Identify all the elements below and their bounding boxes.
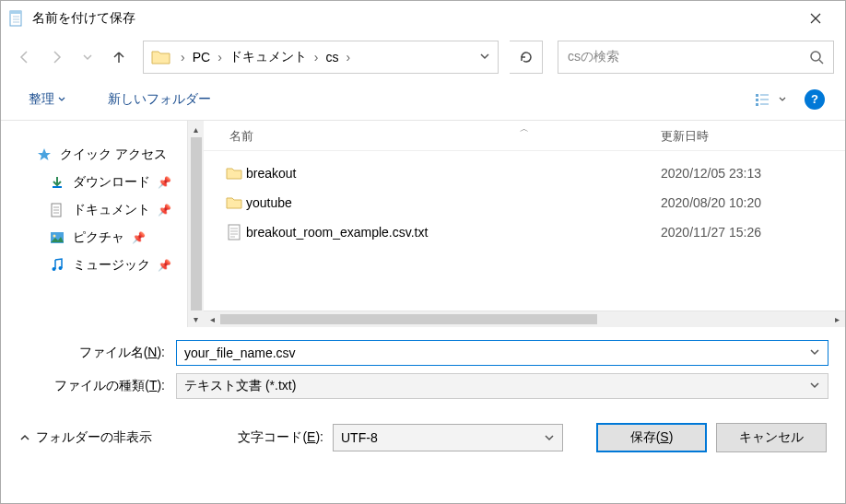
chevron-down-icon (809, 379, 820, 393)
file-list-area: ︿ 名前 更新日時 breakout 2020/12/05 23:13 yout… (204, 121, 845, 327)
chevron-right-icon: › (179, 50, 187, 64)
filetype-label: ファイルの種類(T): (18, 378, 165, 394)
navbar: › PC › ドキュメント › cs › csの検索 (1, 36, 845, 78)
file-row-file[interactable]: breakout_room_example.csv.txt 2020/11/27… (222, 217, 827, 247)
recent-dropdown[interactable] (75, 44, 100, 70)
encoding-label: 文字コード(E): (238, 429, 323, 446)
chevron-down-icon (779, 96, 786, 103)
sidebar-item-pictures[interactable]: ピクチャ 📌 (49, 224, 204, 252)
svg-rect-11 (756, 103, 758, 106)
file-list-header[interactable]: ︿ 名前 更新日時 (204, 121, 845, 151)
cancel-button[interactable]: キャンセル (716, 423, 827, 452)
svg-point-22 (53, 267, 56, 271)
up-button[interactable] (106, 44, 132, 70)
chevron-right-icon: › (216, 50, 224, 64)
sidebar-item-quickaccess[interactable]: クイック アクセス (36, 141, 204, 169)
pin-icon: 📌 (158, 176, 172, 189)
file-row-folder[interactable]: breakout 2020/12/05 23:13 (222, 158, 827, 188)
svg-point-21 (53, 235, 56, 238)
sidebar-item-downloads[interactable]: ダウンロード 📌 (49, 169, 204, 196)
scroll-right-icon[interactable]: ▸ (828, 314, 845, 324)
main-area: クイック アクセス ダウンロード 📌 ドキュメント 📌 ピクチャ 📌 ミュージッ… (1, 121, 845, 327)
breadcrumb-pc[interactable]: PC (187, 50, 216, 64)
chevron-down-icon (544, 432, 555, 443)
folder-icon (222, 166, 246, 181)
svg-line-8 (819, 60, 823, 64)
chevron-down-icon[interactable] (479, 50, 490, 64)
scroll-up-icon[interactable]: ▴ (188, 121, 204, 137)
textfile-icon (222, 224, 246, 240)
chevron-right-icon: › (312, 50, 321, 64)
chevron-down-icon (58, 96, 65, 103)
pictures-icon (49, 229, 65, 246)
svg-point-7 (811, 52, 820, 61)
star-icon (36, 147, 53, 163)
sidebar-item-documents[interactable]: ドキュメント 📌 (49, 196, 204, 224)
encoding-select[interactable]: UTF-8 (333, 424, 563, 451)
document-icon (49, 202, 65, 218)
folder-icon (222, 195, 246, 210)
music-icon (49, 257, 65, 274)
chevron-right-icon: › (344, 50, 352, 64)
address-bar[interactable]: › PC › ドキュメント › cs › (143, 41, 499, 74)
search-input[interactable]: csの検索 (558, 41, 834, 74)
file-row-folder[interactable]: youtube 2020/08/20 10:20 (222, 188, 827, 217)
scrollbar-thumb[interactable] (220, 314, 597, 324)
forward-button[interactable] (43, 44, 69, 70)
folder-icon (151, 49, 171, 65)
view-list-icon (755, 92, 775, 107)
breadcrumb-current[interactable]: cs (320, 50, 344, 64)
download-icon (49, 174, 65, 191)
bottom-bar: フォルダーの非表示 文字コード(E): UTF-8 保存(S) キャンセル (1, 403, 845, 465)
pin-icon: 📌 (158, 259, 172, 272)
svg-rect-9 (756, 94, 758, 97)
refresh-button[interactable] (510, 41, 543, 74)
close-button[interactable] (793, 5, 838, 32)
chevron-up-icon (19, 432, 30, 443)
sort-indicator-icon: ︿ (520, 123, 529, 135)
search-placeholder: csの検索 (568, 49, 809, 65)
search-icon (809, 50, 824, 64)
filetype-row: ファイルの種類(T): テキスト文書 (*.txt) (18, 369, 828, 403)
sidebar-scrollbar[interactable]: ▴ ▾ (187, 121, 204, 327)
save-button[interactable]: 保存(S) (596, 423, 707, 452)
filename-row: ファイル名(N): (18, 336, 828, 369)
chevron-down-icon[interactable] (809, 346, 820, 360)
sidebar-item-music[interactable]: ミュージック 📌 (49, 252, 204, 279)
filename-text[interactable] (184, 346, 809, 360)
horizontal-scrollbar[interactable]: ◂ ▸ (204, 311, 845, 327)
filename-label: ファイル名(N): (18, 345, 165, 361)
pin-icon: 📌 (158, 204, 172, 217)
form-area: ファイル名(N): ファイルの種類(T): テキスト文書 (*.txt) (1, 327, 845, 403)
pin-icon: 📌 (132, 231, 147, 244)
filename-input[interactable] (176, 340, 828, 366)
view-options-button[interactable] (749, 88, 792, 111)
svg-point-23 (59, 266, 63, 270)
hide-folders-button[interactable]: フォルダーの非表示 (19, 429, 152, 446)
scroll-down-icon[interactable]: ▾ (188, 311, 204, 327)
toolbar: 整理 新しいフォルダー ? (1, 78, 845, 121)
sidebar: クイック アクセス ダウンロード 📌 ドキュメント 📌 ピクチャ 📌 ミュージッ… (1, 121, 204, 327)
new-folder-button[interactable]: 新しいフォルダー (100, 88, 218, 111)
file-list: breakout 2020/12/05 23:13 youtube 2020/0… (204, 151, 845, 254)
breadcrumb-documents[interactable]: ドキュメント (224, 49, 312, 65)
back-button[interactable] (12, 44, 38, 70)
scrollbar-thumb[interactable] (191, 137, 202, 311)
notepad-icon (8, 10, 25, 27)
titlebar: 名前を付けて保存 (1, 1, 845, 36)
scroll-left-icon[interactable]: ◂ (204, 314, 220, 324)
svg-rect-10 (756, 99, 758, 101)
organize-menu[interactable]: 整理 (21, 88, 73, 111)
svg-rect-24 (229, 225, 240, 240)
window-title: 名前を付けて保存 (32, 10, 793, 27)
help-button[interactable]: ? (805, 89, 825, 110)
filetype-select[interactable]: テキスト文書 (*.txt) (176, 373, 828, 399)
column-name[interactable]: 名前 (222, 128, 661, 145)
column-date[interactable]: 更新日時 (661, 128, 827, 145)
svg-rect-1 (10, 11, 21, 14)
